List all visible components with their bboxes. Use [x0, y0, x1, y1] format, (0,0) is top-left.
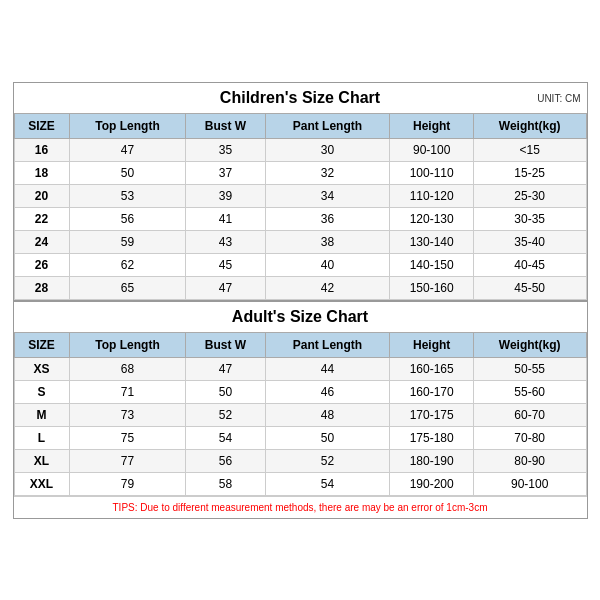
children-title: Children's Size Chart UNIT: CM — [14, 83, 587, 113]
table-cell: 37 — [186, 161, 265, 184]
table-cell: 40-45 — [473, 253, 586, 276]
table-cell: 60-70 — [473, 403, 586, 426]
table-cell: 16 — [14, 138, 69, 161]
table-cell: 160-165 — [390, 357, 474, 380]
tips-text: TIPS: Due to different measurement metho… — [14, 496, 587, 518]
table-cell: 140-150 — [390, 253, 474, 276]
table-cell: 70-80 — [473, 426, 586, 449]
table-row: XS684744160-16550-55 — [14, 357, 586, 380]
table-cell: 90-100 — [390, 138, 474, 161]
adult-col-header-bust-w: Bust W — [186, 332, 265, 357]
table-cell: XXL — [14, 472, 69, 495]
table-cell: 52 — [265, 449, 390, 472]
unit-label: UNIT: CM — [537, 92, 580, 103]
table-cell: 40 — [265, 253, 390, 276]
adult-col-header-top-length: Top Length — [69, 332, 186, 357]
table-cell: 26 — [14, 253, 69, 276]
table-row: S715046160-17055-60 — [14, 380, 586, 403]
table-cell: M — [14, 403, 69, 426]
table-cell: 62 — [69, 253, 186, 276]
table-row: XXL795854190-20090-100 — [14, 472, 586, 495]
table-cell: 50 — [186, 380, 265, 403]
table-cell: 24 — [14, 230, 69, 253]
adult-col-header-pant-length: Pant Length — [265, 332, 390, 357]
table-cell: XS — [14, 357, 69, 380]
children-header-row: SIZE Top Length Bust W Pant Length Heigh… — [14, 113, 586, 138]
table-cell: 42 — [265, 276, 390, 299]
table-cell: 44 — [265, 357, 390, 380]
adult-col-header-size: SIZE — [14, 332, 69, 357]
table-cell: XL — [14, 449, 69, 472]
table-cell: 43 — [186, 230, 265, 253]
table-cell: 35 — [186, 138, 265, 161]
table-cell: 90-100 — [473, 472, 586, 495]
size-chart-container: Children's Size Chart UNIT: CM SIZE Top … — [13, 82, 588, 519]
table-row: 18503732100-11015-25 — [14, 161, 586, 184]
col-header-bust-w: Bust W — [186, 113, 265, 138]
table-cell: 175-180 — [390, 426, 474, 449]
table-cell: <15 — [473, 138, 586, 161]
table-cell: 100-110 — [390, 161, 474, 184]
table-cell: 47 — [186, 276, 265, 299]
table-cell: 190-200 — [390, 472, 474, 495]
table-cell: 54 — [186, 426, 265, 449]
table-cell: 20 — [14, 184, 69, 207]
table-cell: 80-90 — [473, 449, 586, 472]
table-cell: 54 — [265, 472, 390, 495]
table-cell: 68 — [69, 357, 186, 380]
table-cell: 50 — [265, 426, 390, 449]
table-cell: 150-160 — [390, 276, 474, 299]
table-cell: 36 — [265, 207, 390, 230]
children-table: SIZE Top Length Bust W Pant Length Heigh… — [14, 113, 587, 300]
table-cell: 32 — [265, 161, 390, 184]
table-cell: L — [14, 426, 69, 449]
table-cell: 75 — [69, 426, 186, 449]
table-cell: 30-35 — [473, 207, 586, 230]
col-header-top-length: Top Length — [69, 113, 186, 138]
table-row: 1647353090-100<15 — [14, 138, 586, 161]
table-cell: 180-190 — [390, 449, 474, 472]
table-row: 22564136120-13030-35 — [14, 207, 586, 230]
col-header-size: SIZE — [14, 113, 69, 138]
table-cell: 71 — [69, 380, 186, 403]
table-cell: 45 — [186, 253, 265, 276]
table-cell: 47 — [186, 357, 265, 380]
table-cell: 59 — [69, 230, 186, 253]
table-cell: 30 — [265, 138, 390, 161]
table-cell: 53 — [69, 184, 186, 207]
adult-title: Adult's Size Chart — [14, 300, 587, 332]
table-cell: 28 — [14, 276, 69, 299]
table-cell: 38 — [265, 230, 390, 253]
table-cell: 120-130 — [390, 207, 474, 230]
table-cell: 130-140 — [390, 230, 474, 253]
table-cell: 41 — [186, 207, 265, 230]
table-cell: 55-60 — [473, 380, 586, 403]
col-header-height: Height — [390, 113, 474, 138]
table-cell: 15-25 — [473, 161, 586, 184]
table-cell: 52 — [186, 403, 265, 426]
table-cell: S — [14, 380, 69, 403]
table-cell: 35-40 — [473, 230, 586, 253]
table-row: XL775652180-19080-90 — [14, 449, 586, 472]
table-cell: 45-50 — [473, 276, 586, 299]
col-header-pant-length: Pant Length — [265, 113, 390, 138]
adult-header-row: SIZE Top Length Bust W Pant Length Heigh… — [14, 332, 586, 357]
table-cell: 47 — [69, 138, 186, 161]
table-cell: 160-170 — [390, 380, 474, 403]
table-cell: 46 — [265, 380, 390, 403]
adult-col-header-weight: Weight(kg) — [473, 332, 586, 357]
table-cell: 25-30 — [473, 184, 586, 207]
table-cell: 48 — [265, 403, 390, 426]
table-row: 26624540140-15040-45 — [14, 253, 586, 276]
table-row: 24594338130-14035-40 — [14, 230, 586, 253]
table-cell: 65 — [69, 276, 186, 299]
table-cell: 50-55 — [473, 357, 586, 380]
table-cell: 110-120 — [390, 184, 474, 207]
table-cell: 58 — [186, 472, 265, 495]
table-cell: 39 — [186, 184, 265, 207]
table-row: 28654742150-16045-50 — [14, 276, 586, 299]
table-cell: 22 — [14, 207, 69, 230]
table-row: 20533934110-12025-30 — [14, 184, 586, 207]
table-cell: 56 — [69, 207, 186, 230]
adult-table: SIZE Top Length Bust W Pant Length Heigh… — [14, 332, 587, 496]
